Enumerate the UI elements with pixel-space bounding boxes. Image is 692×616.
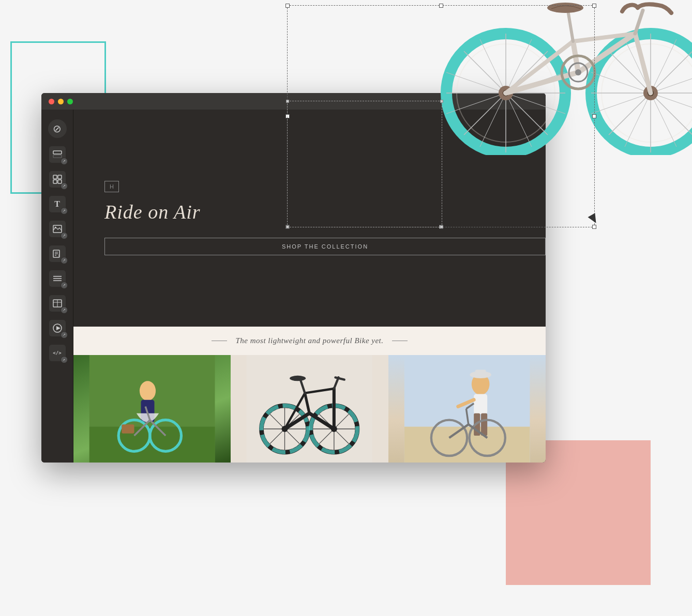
svg-text:i: i xyxy=(58,253,59,258)
logo-icon: ⊘ xyxy=(48,119,67,138)
text-badge: ↗ xyxy=(61,207,68,214)
blog-badge: ↗ xyxy=(61,257,68,264)
window-dot-yellow[interactable] xyxy=(58,99,64,104)
svg-rect-37 xyxy=(53,155,62,158)
photo-person-bike xyxy=(388,355,546,463)
toolbar-logo-tool[interactable]: ⊘ xyxy=(44,118,70,142)
svg-rect-36 xyxy=(53,151,62,154)
svg-rect-41 xyxy=(58,180,62,183)
photo-lady-bike xyxy=(73,355,231,463)
svg-rect-67 xyxy=(122,424,134,433)
list-icon: ↗ xyxy=(49,270,66,287)
toolbar-blog-tool[interactable]: i ↗ xyxy=(44,242,70,266)
toolbar-image-tool[interactable]: ↗ xyxy=(44,217,70,241)
hero-title: Ride on Air xyxy=(104,201,546,223)
code-icon: </> ↗ xyxy=(49,345,66,361)
svg-rect-100 xyxy=(481,413,487,436)
photo-black-bike xyxy=(231,355,388,463)
svg-rect-97 xyxy=(475,370,486,376)
toolbar-code-tool[interactable]: </> ↗ xyxy=(44,341,70,365)
heading-block-indicator: H xyxy=(104,181,119,192)
block-badge: ↗ xyxy=(61,182,68,190)
svg-line-29 xyxy=(635,34,651,93)
tagline-section: The most lightweight and powerful Bike y… xyxy=(73,327,546,355)
svg-rect-39 xyxy=(58,175,62,179)
svg-point-32 xyxy=(575,69,581,75)
window-dot-red[interactable] xyxy=(49,99,54,104)
left-toolbar: ⊘ ↗ ↗ xyxy=(41,110,73,463)
svg-rect-38 xyxy=(53,175,57,179)
svg-rect-98 xyxy=(474,394,487,414)
window-dot-green[interactable] xyxy=(67,99,73,104)
svg-line-33 xyxy=(568,10,573,41)
svg-point-60 xyxy=(140,381,156,401)
mouse-cursor xyxy=(588,213,600,225)
section-badge: ↗ xyxy=(61,158,68,165)
toolbar-video-tool[interactable]: ↗ xyxy=(44,316,70,340)
image-badge: ↗ xyxy=(61,232,68,239)
handle-bottom-right[interactable] xyxy=(592,225,596,229)
heading-block-label: H xyxy=(110,183,114,190)
code-badge: ↗ xyxy=(61,356,68,363)
table-icon: ↗ xyxy=(49,295,66,312)
svg-marker-57 xyxy=(56,326,61,330)
shop-collection-button[interactable]: SHOP THE COLLECTION xyxy=(104,238,546,255)
section-icon: ↗ xyxy=(49,146,66,163)
toolbar-text-tool[interactable]: T ↗ xyxy=(44,192,70,216)
toolbar-list-tool[interactable]: ↗ xyxy=(44,267,70,290)
toolbar-block-tool[interactable]: ↗ xyxy=(44,167,70,191)
handle-top-left[interactable] xyxy=(285,4,290,8)
toolbar-section-tool[interactable]: ↗ xyxy=(44,143,70,166)
photo-grid xyxy=(73,355,546,463)
toolbar-table-tool[interactable]: ↗ xyxy=(44,291,70,315)
video-icon: ↗ xyxy=(49,320,66,336)
tagline-dash-left xyxy=(212,341,227,342)
video-badge: ↗ xyxy=(61,331,68,338)
text-icon: T ↗ xyxy=(49,196,66,212)
svg-point-90 xyxy=(290,376,306,381)
svg-point-43 xyxy=(54,227,56,228)
bicycle-hero-image xyxy=(413,0,692,176)
table-badge: ↗ xyxy=(61,306,68,314)
tagline-text: The most lightweight and powerful Bike y… xyxy=(235,336,383,345)
svg-rect-40 xyxy=(53,180,57,183)
block-icon: ↗ xyxy=(49,171,66,188)
tagline-dash-right xyxy=(392,341,408,342)
blog-icon: i ↗ xyxy=(49,245,66,262)
list-badge: ↗ xyxy=(61,282,68,289)
image-icon: ↗ xyxy=(49,221,66,237)
